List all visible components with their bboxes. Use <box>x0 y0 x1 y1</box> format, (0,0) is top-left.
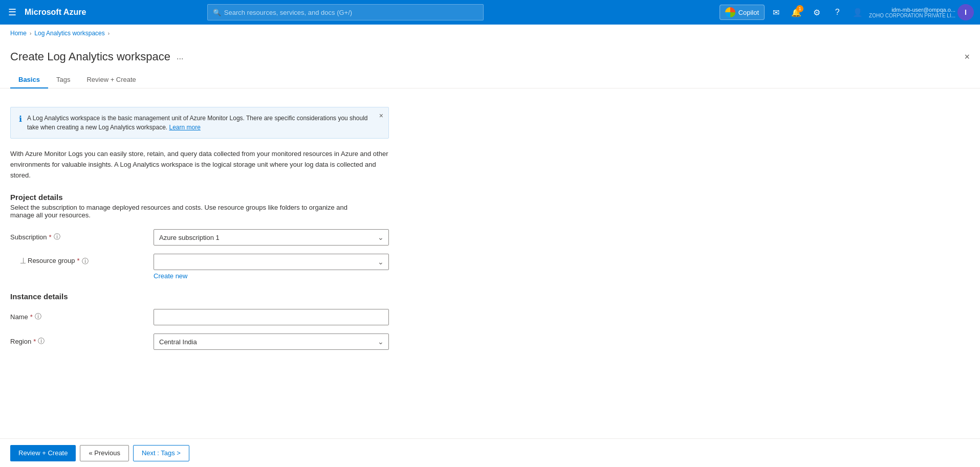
user-panel-icon: 👤 <box>853 8 863 17</box>
subscription-required: * <box>49 233 52 241</box>
gear-icon: ⚙ <box>813 8 820 17</box>
action-bar: Review + Create « Previous Next : Tags > <box>0 438 980 467</box>
copilot-button[interactable]: Copilot <box>720 5 765 20</box>
resource-group-info-icon[interactable]: ⓘ <box>82 257 89 266</box>
top-navigation: ☰ Microsoft Azure 🔍 Copilot ✉ 🔔 1 ⚙ ? 👤 … <box>0 0 980 25</box>
notifications-icon-button[interactable]: 🔔 1 <box>787 3 805 21</box>
form-scroll-area: ℹ A Log Analytics workspace is the basic… <box>0 88 980 467</box>
breadcrumb-sep-2: › <box>108 31 110 36</box>
settings-icon-button[interactable]: ⚙ <box>808 3 826 21</box>
search-input[interactable] <box>224 9 478 16</box>
region-label: Region <box>10 338 31 345</box>
subscription-info-icon[interactable]: ⓘ <box>54 232 60 241</box>
hamburger-menu-icon[interactable]: ☰ <box>6 5 18 20</box>
user-info: idm-mb-user@ompqa.o... ZOHO CORPORATION … <box>869 7 955 18</box>
section-title-instance: Instance details <box>10 292 970 301</box>
review-create-button[interactable]: Review + Create <box>10 445 76 461</box>
section-desc-project: Select the subscription to manage deploy… <box>10 204 368 219</box>
copilot-label: Copilot <box>738 9 759 16</box>
previous-button[interactable]: « Previous <box>80 445 128 461</box>
region-label-col: Region * ⓘ <box>10 333 154 346</box>
subscription-select-wrapper: Azure subscription 1 <box>154 229 389 246</box>
copilot-icon <box>725 7 735 17</box>
user-panel-icon-button[interactable]: 👤 <box>848 3 867 21</box>
name-label: Name <box>10 313 28 321</box>
nav-right-actions: Copilot ✉ 🔔 1 ⚙ ? 👤 idm-mb-user@ompqa.o.… <box>720 3 974 21</box>
project-details-section: Project details Select the subscription … <box>10 193 970 280</box>
name-input[interactable] <box>154 309 389 325</box>
learn-more-link[interactable]: Learn more <box>169 124 201 131</box>
resource-group-control: Create new <box>154 254 389 280</box>
tab-basics[interactable]: Basics <box>10 72 48 88</box>
info-close-button[interactable]: × <box>379 112 383 120</box>
instance-details-section: Instance details Name * ⓘ Region * ⓘ <box>10 292 970 350</box>
page-menu-icon[interactable]: ... <box>177 52 183 61</box>
resource-group-row: Resource group * ⓘ Create new <box>10 254 970 280</box>
breadcrumb: Home › Log Analytics workspaces › <box>0 25 980 42</box>
breadcrumb-parent[interactable]: Log Analytics workspaces <box>34 30 104 37</box>
user-avatar[interactable]: I <box>957 4 974 20</box>
page-title: Create Log Analytics workspace <box>10 50 170 63</box>
name-required: * <box>30 313 33 321</box>
create-new-link[interactable]: Create new <box>154 272 187 280</box>
name-control <box>154 309 389 325</box>
help-icon-button[interactable]: ? <box>828 3 846 21</box>
feedback-icon-button[interactable]: ✉ <box>767 3 785 21</box>
region-select-wrapper: Central India <box>154 333 389 350</box>
subscription-select[interactable]: Azure subscription 1 <box>154 229 389 246</box>
region-control: Central India <box>154 333 389 350</box>
info-icon: ℹ <box>19 114 22 124</box>
subscription-row: Subscription * ⓘ Azure subscription 1 <box>10 229 970 246</box>
name-info-icon[interactable]: ⓘ <box>35 312 41 321</box>
close-button[interactable]: × <box>964 52 970 62</box>
page-header: Create Log Analytics workspace ... × <box>0 42 980 63</box>
main-content: Home › Log Analytics workspaces › Create… <box>0 25 980 467</box>
subscription-label-col: Subscription * ⓘ <box>10 229 154 241</box>
subscription-label: Subscription <box>10 233 47 241</box>
subscription-control: Azure subscription 1 <box>154 229 389 246</box>
notification-badge: 1 <box>796 5 803 12</box>
tab-bar: Basics Tags Review + Create <box>0 63 980 88</box>
region-required: * <box>33 338 36 345</box>
region-row: Region * ⓘ Central India <box>10 333 970 350</box>
resource-group-required: * <box>77 257 80 264</box>
resource-group-label: Resource group <box>28 257 75 264</box>
region-info-icon[interactable]: ⓘ <box>38 337 45 346</box>
info-box-text: A Log Analytics workspace is the basic m… <box>27 114 380 132</box>
resource-group-select-wrapper <box>154 254 389 270</box>
breadcrumb-home[interactable]: Home <box>10 30 27 37</box>
search-icon: 🔍 <box>213 9 221 16</box>
info-box: ℹ A Log Analytics workspace is the basic… <box>10 107 389 139</box>
region-select[interactable]: Central India <box>154 333 389 350</box>
resource-group-select[interactable] <box>154 254 389 270</box>
tab-tags[interactable]: Tags <box>48 72 78 88</box>
help-icon: ? <box>835 8 840 17</box>
brand-name: Microsoft Azure <box>25 8 86 17</box>
user-email: idm-mb-user@ompqa.o... <box>891 7 955 13</box>
name-label-col: Name * ⓘ <box>10 309 154 321</box>
info-box-wrapper: ℹ A Log Analytics workspace is the basic… <box>10 107 389 139</box>
name-row: Name * ⓘ <box>10 309 970 325</box>
next-button[interactable]: Next : Tags > <box>133 445 189 461</box>
breadcrumb-sep-1: › <box>30 31 31 36</box>
resource-group-label-col: Resource group * ⓘ <box>10 254 154 266</box>
search-bar[interactable]: 🔍 <box>207 4 484 20</box>
feedback-icon: ✉ <box>773 8 779 17</box>
tab-review-create[interactable]: Review + Create <box>78 72 144 88</box>
section-title-project: Project details <box>10 193 970 202</box>
description-text: With Azure Monitor Logs you can easily s… <box>10 149 389 181</box>
user-org: ZOHO CORPORATION PRIVATE LI... <box>869 13 955 18</box>
